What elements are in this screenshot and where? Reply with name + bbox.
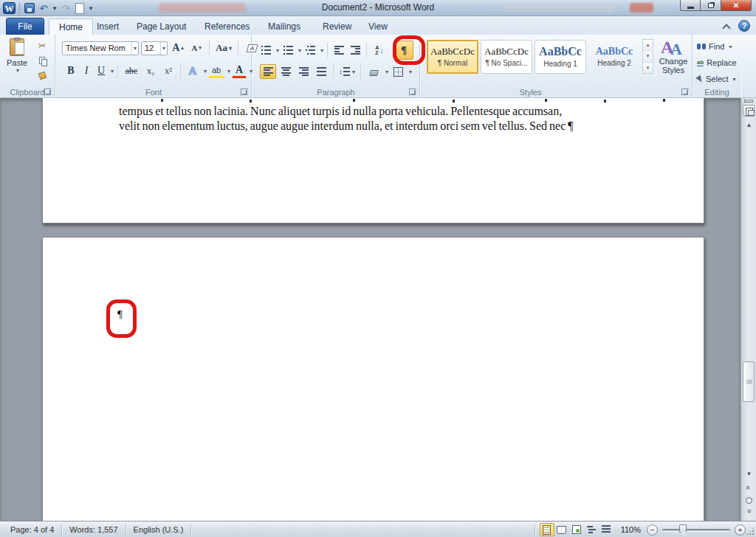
line-spacing-button[interactable]: ↕ ▾ xyxy=(337,64,357,79)
bullets-button[interactable] xyxy=(258,43,273,58)
tab-page-layout[interactable]: Page Layout xyxy=(127,18,196,35)
styles-dialog-launcher[interactable] xyxy=(681,89,689,96)
show-hide-pilcrow-button[interactable]: ¶ xyxy=(394,41,413,60)
shading-arrow[interactable]: ▾ xyxy=(385,69,388,75)
document-text[interactable]: tempus et tellus non lacinia. Nunc aliqu… xyxy=(119,104,636,133)
subscript-button[interactable]: x₂ xyxy=(142,63,159,79)
highlight-arrow[interactable]: ▾ xyxy=(227,68,230,75)
zoom-slider-thumb[interactable] xyxy=(679,524,687,533)
bullets-arrow[interactable]: ▾ xyxy=(276,47,279,54)
document-page-4[interactable]: ¶ xyxy=(42,237,704,521)
style-heading2[interactable]: AaBbCc Heading 2 xyxy=(588,40,640,74)
text-effects-arrow[interactable]: ▾ xyxy=(204,68,207,75)
font-name-dropdown-arrow[interactable]: ▾ xyxy=(131,42,138,55)
status-word-count[interactable]: Words: 1,557 xyxy=(62,524,126,536)
format-painter-button[interactable] xyxy=(34,69,50,82)
view-print-layout-button[interactable] xyxy=(540,523,554,536)
zoom-in-button[interactable]: + xyxy=(735,524,746,536)
new-document-icon[interactable] xyxy=(74,2,86,14)
change-case-button[interactable]: Aa▾ xyxy=(214,41,233,55)
justify-button[interactable] xyxy=(313,64,329,79)
shading-button[interactable] xyxy=(365,64,382,79)
clipboard-dialog-launcher[interactable] xyxy=(44,89,52,96)
text-effects-button[interactable]: A xyxy=(185,63,201,79)
tab-view[interactable]: View xyxy=(359,18,397,35)
sort-button[interactable]: A Z ↓ xyxy=(371,43,388,58)
bold-button[interactable]: B xyxy=(63,63,78,79)
superscript-button[interactable]: x² xyxy=(160,63,176,79)
align-center-button[interactable] xyxy=(278,64,294,79)
tab-references[interactable]: References xyxy=(195,18,259,35)
numbering-button[interactable] xyxy=(281,43,295,58)
customize-qat-arrow[interactable]: ▾ xyxy=(88,2,94,14)
scroll-up-arrow[interactable]: ▲ xyxy=(741,122,756,128)
scrollbar-thumb[interactable] xyxy=(743,361,755,402)
styles-gallery-more[interactable]: ▾ xyxy=(643,63,653,73)
style-normal[interactable]: AaBbCcDc ¶ Normal xyxy=(427,40,478,74)
font-dialog-launcher[interactable] xyxy=(241,89,248,96)
vertical-scrollbar[interactable]: ▲ ▼ « « xyxy=(740,98,756,521)
font-size-combo[interactable]: 12 ▾ xyxy=(141,41,168,55)
next-page-button[interactable]: « xyxy=(741,506,756,518)
numbering-arrow[interactable]: ▾ xyxy=(298,47,301,54)
minimize-button[interactable] xyxy=(680,0,701,11)
font-color-button[interactable]: A xyxy=(232,63,247,78)
zoom-level[interactable]: 110% xyxy=(621,525,641,534)
ruler-toggle-button[interactable] xyxy=(743,105,755,117)
select-button[interactable]: Select ▾ xyxy=(697,72,736,86)
grow-font-button[interactable]: A▴ xyxy=(170,41,186,55)
status-page-number[interactable]: Page: 4 of 4 xyxy=(3,524,62,536)
save-icon[interactable] xyxy=(24,2,35,14)
multilevel-arrow[interactable]: ▾ xyxy=(320,47,323,54)
tab-insert[interactable]: Insert xyxy=(87,18,128,35)
underline-dropdown-arrow[interactable]: ▾ xyxy=(111,68,114,75)
split-window-handle[interactable] xyxy=(744,100,753,103)
strikethrough-button[interactable]: abc xyxy=(122,63,141,79)
paragraph-dialog-launcher[interactable] xyxy=(409,89,416,96)
decrease-indent-button[interactable] xyxy=(331,43,346,58)
undo-dropdown-arrow[interactable]: ▾ xyxy=(52,2,58,14)
status-language[interactable]: English (U.S.) xyxy=(126,524,192,536)
shrink-font-button[interactable]: A▾ xyxy=(188,41,205,55)
view-draft-button[interactable] xyxy=(599,523,614,536)
zoom-out-button[interactable]: − xyxy=(647,524,658,536)
increase-indent-button[interactable] xyxy=(348,43,362,58)
tab-home[interactable]: Home xyxy=(49,18,93,35)
tab-review[interactable]: Review xyxy=(313,18,361,35)
align-right-button[interactable] xyxy=(295,64,312,79)
style-no-spacing[interactable]: AaBbCcDc ¶ No Spaci... xyxy=(481,40,532,74)
word-logo-icon[interactable]: W xyxy=(3,2,16,14)
previous-page-button[interactable]: « xyxy=(741,482,756,494)
font-name-combo[interactable]: Times New Rom ▾ xyxy=(62,41,139,55)
change-styles-button[interactable]: A A Change Styles xyxy=(656,38,691,86)
document-canvas[interactable]: tempus et tellus non lacinia. Nunc aliqu… xyxy=(0,98,740,521)
multilevel-list-button[interactable] xyxy=(303,43,317,58)
italic-button[interactable]: I xyxy=(80,63,93,79)
view-web-layout-button[interactable] xyxy=(569,523,584,536)
document-page-3[interactable]: tempus et tellus non lacinia. Nunc aliqu… xyxy=(42,98,704,224)
borders-arrow[interactable]: ▾ xyxy=(409,69,412,75)
restore-button[interactable] xyxy=(701,0,721,11)
close-button[interactable]: ✕ xyxy=(721,0,752,11)
scroll-down-arrow[interactable]: ▼ xyxy=(741,471,756,477)
paste-button[interactable]: Paste ▾ xyxy=(4,38,30,84)
styles-scroll-down[interactable]: ▾ xyxy=(643,51,653,62)
view-outline-button[interactable] xyxy=(584,523,599,536)
find-button[interactable]: Find ▾ xyxy=(697,39,732,54)
help-button[interactable]: ? xyxy=(738,20,750,32)
highlight-button[interactable]: ab xyxy=(208,63,224,78)
style-heading1[interactable]: AaBbCc Heading 1 xyxy=(535,40,586,74)
copy-button[interactable] xyxy=(34,54,50,67)
underline-button[interactable]: U xyxy=(94,63,108,79)
view-fullscreen-reading-button[interactable] xyxy=(554,523,569,536)
cut-button[interactable]: ✂ xyxy=(34,39,50,52)
font-size-dropdown-arrow[interactable]: ▾ xyxy=(160,42,167,55)
undo-icon[interactable]: ↶ xyxy=(38,2,49,14)
zoom-slider-track[interactable] xyxy=(662,529,730,531)
collapse-ribbon-icon[interactable] xyxy=(723,23,729,30)
tab-mailings[interactable]: Mailings xyxy=(258,18,310,35)
align-left-button[interactable] xyxy=(260,64,276,79)
styles-scroll-up[interactable]: ▴ xyxy=(643,40,653,51)
replace-button[interactable]: ab Replace xyxy=(697,55,737,70)
borders-button[interactable] xyxy=(390,64,406,79)
